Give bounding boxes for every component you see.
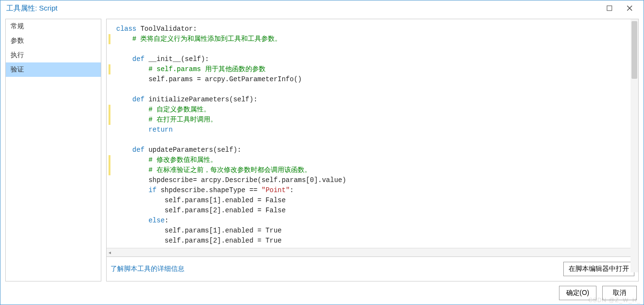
- code-editor[interactable]: class ToolValidator: # 类将自定义行为和属性添加到工具和工…: [107, 19, 638, 248]
- dialog-footer: 确定(O) 取消: [0, 281, 644, 305]
- code-line: # 自定义参数属性。: [109, 105, 635, 115]
- code-line: def initializeParameters(self):: [112, 95, 635, 105]
- code-line: [112, 85, 635, 95]
- code-line: # self.params 用于其他函数的参数: [109, 64, 635, 74]
- learn-more-link[interactable]: 了解脚本工具的详细信息: [110, 265, 184, 273]
- window-controls: [599, 2, 640, 14]
- close-button[interactable]: [620, 2, 640, 14]
- vertical-scrollbar[interactable]: [631, 19, 638, 272]
- code-line: # 在打开工具时调用。: [109, 115, 635, 125]
- code-line: self.params = arcpy.GetParameterInfo(): [112, 74, 635, 85]
- code-line: # 在标准验证之前，每次修改参数时都会调用该函数。: [109, 165, 635, 175]
- cancel-button[interactable]: 取消: [602, 286, 637, 300]
- window-title: 工具属性: Script: [6, 4, 58, 13]
- maximize-button[interactable]: [599, 2, 620, 14]
- sidebar: 常规参数执行验证: [5, 19, 101, 281]
- editor-panel: ≡ class ToolValidator: # 类将自定义行为和属性添加到工具…: [106, 19, 639, 281]
- svg-rect-0: [607, 6, 612, 11]
- code-line: def __init__(self):: [112, 54, 635, 64]
- open-in-editor-button[interactable]: 在脚本编辑器中打开: [563, 262, 634, 276]
- code-line: else:: [112, 216, 635, 226]
- scrollbar-thumb[interactable]: [632, 21, 637, 79]
- code-line: [112, 44, 635, 54]
- code-line: class ToolValidator:: [112, 24, 635, 34]
- code-line: if shpdescribe.shapeType == "Point":: [112, 185, 635, 195]
- code-line: self.params[2].enabled = True: [112, 236, 635, 246]
- sidebar-item-2[interactable]: 执行: [6, 48, 101, 62]
- code-line: # 类将自定义行为和属性添加到工具和工具参数。: [109, 34, 635, 44]
- sidebar-item-1[interactable]: 参数: [6, 34, 101, 48]
- code-line: self.params[1].enabled = False: [112, 195, 635, 206]
- code-line: # 修改参数值和属性。: [109, 155, 635, 165]
- code-line: [112, 135, 635, 145]
- sidebar-item-0[interactable]: 常规: [6, 19, 101, 34]
- code-line: self.params[1].enabled = True: [112, 226, 635, 236]
- horizontal-scrollbar[interactable]: ◂ ▸: [107, 248, 638, 256]
- sidebar-item-3[interactable]: 验证: [6, 62, 101, 77]
- code-line: self.params[2].enabled = False: [112, 206, 635, 216]
- title-bar: 工具属性: Script: [0, 0, 644, 16]
- close-icon: [627, 5, 632, 11]
- maximize-icon: [607, 5, 612, 11]
- ok-button[interactable]: 确定(O): [559, 286, 596, 300]
- code-line: def updateParameters(self):: [112, 145, 635, 155]
- scroll-left-icon[interactable]: ◂: [109, 250, 111, 255]
- code-line: return: [112, 125, 635, 135]
- editor-footer-row: 了解脚本工具的详细信息 在脚本编辑器中打开: [107, 256, 638, 281]
- code-line: shpdescribe= arcpy.Describe(self.params[…: [112, 175, 635, 185]
- main-area: 常规参数执行验证 ≡ class ToolValidator: # 类将自定义行…: [0, 16, 644, 281]
